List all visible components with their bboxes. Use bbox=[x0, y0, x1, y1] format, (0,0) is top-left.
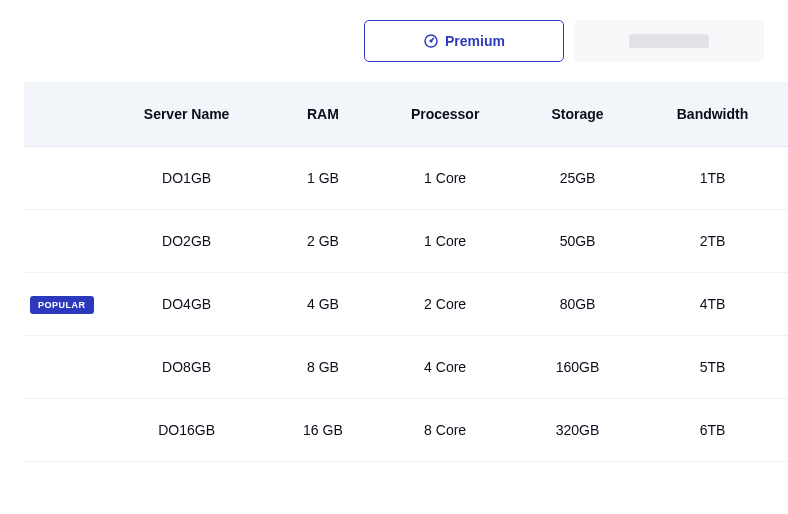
popular-badge: POPULAR bbox=[30, 296, 94, 314]
cell-server-name: DO2GB bbox=[100, 210, 274, 273]
table-header-row: Server Name RAM Processor Storage Bandwi… bbox=[24, 82, 788, 147]
col-badge bbox=[24, 82, 100, 147]
col-ram: RAM bbox=[274, 82, 372, 147]
pricing-table: Server Name RAM Processor Storage Bandwi… bbox=[24, 82, 788, 462]
cell-bandwidth: 4TB bbox=[637, 273, 788, 336]
cell-ram: 1 GB bbox=[274, 147, 372, 210]
tab-premium-label: Premium bbox=[445, 33, 505, 49]
cell-ram: 2 GB bbox=[274, 210, 372, 273]
tab-secondary[interactable] bbox=[574, 20, 764, 62]
cell-server-name: DO1GB bbox=[100, 147, 274, 210]
cell-ram: 16 GB bbox=[274, 399, 372, 462]
cell-processor: 2 Core bbox=[372, 273, 518, 336]
tabs-container: Premium bbox=[0, 0, 788, 82]
table-row[interactable]: DO8GB8 GB4 Core160GB5TB bbox=[24, 336, 788, 399]
table-row[interactable]: POPULARDO4GB4 GB2 Core80GB4TB bbox=[24, 273, 788, 336]
table-row[interactable]: DO1GB1 GB1 Core25GB1TB bbox=[24, 147, 788, 210]
cell-processor: 1 Core bbox=[372, 210, 518, 273]
table-row[interactable]: DO16GB16 GB8 Core320GB6TB bbox=[24, 399, 788, 462]
cell-bandwidth: 6TB bbox=[637, 399, 788, 462]
tab-premium[interactable]: Premium bbox=[364, 20, 564, 62]
cell-server-name: DO16GB bbox=[100, 399, 274, 462]
cell-badge bbox=[24, 399, 100, 462]
pricing-table-container: Server Name RAM Processor Storage Bandwi… bbox=[0, 82, 788, 462]
cell-ram: 4 GB bbox=[274, 273, 372, 336]
cell-bandwidth: 1TB bbox=[637, 147, 788, 210]
col-storage: Storage bbox=[518, 82, 637, 147]
cell-badge: POPULAR bbox=[24, 273, 100, 336]
cell-server-name: DO4GB bbox=[100, 273, 274, 336]
cell-storage: 320GB bbox=[518, 399, 637, 462]
cell-badge bbox=[24, 210, 100, 273]
cell-bandwidth: 5TB bbox=[637, 336, 788, 399]
cell-processor: 1 Core bbox=[372, 147, 518, 210]
cell-processor: 8 Core bbox=[372, 399, 518, 462]
cell-storage: 50GB bbox=[518, 210, 637, 273]
cell-badge bbox=[24, 336, 100, 399]
gauge-icon bbox=[423, 33, 439, 49]
col-server-name: Server Name bbox=[100, 82, 274, 147]
cell-ram: 8 GB bbox=[274, 336, 372, 399]
cell-storage: 160GB bbox=[518, 336, 637, 399]
cell-badge bbox=[24, 147, 100, 210]
tab-secondary-placeholder bbox=[629, 34, 709, 48]
col-bandwidth: Bandwidth bbox=[637, 82, 788, 147]
svg-point-1 bbox=[430, 40, 432, 42]
table-row[interactable]: DO2GB2 GB1 Core50GB2TB bbox=[24, 210, 788, 273]
cell-storage: 25GB bbox=[518, 147, 637, 210]
cell-storage: 80GB bbox=[518, 273, 637, 336]
col-processor: Processor bbox=[372, 82, 518, 147]
cell-processor: 4 Core bbox=[372, 336, 518, 399]
cell-server-name: DO8GB bbox=[100, 336, 274, 399]
cell-bandwidth: 2TB bbox=[637, 210, 788, 273]
